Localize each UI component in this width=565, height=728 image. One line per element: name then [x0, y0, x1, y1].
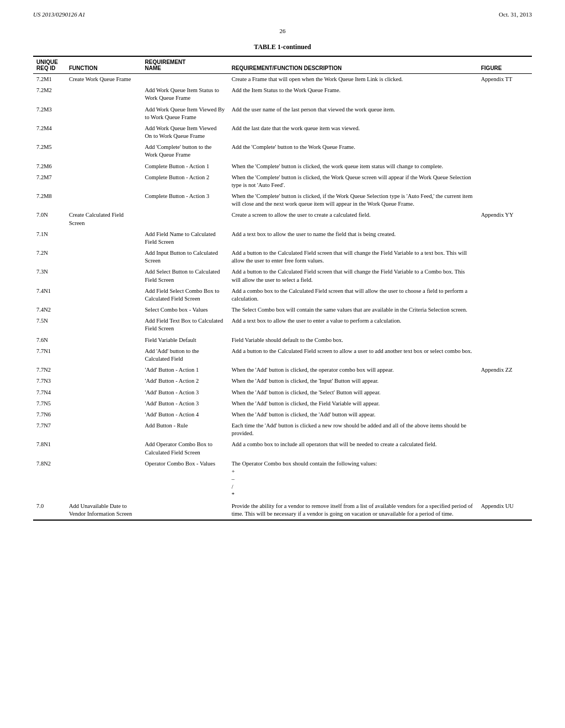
cell-req-name: 'Add' Button - Action 3 [142, 398, 228, 409]
cell-req-name: Complete Button - Action 1 [142, 161, 228, 172]
cell-figure [478, 376, 532, 387]
cell-description: Add the user name of the last person tha… [228, 104, 478, 123]
cell-function [66, 376, 142, 387]
cell-description: Add the 'Complete' button to the Work Qu… [228, 142, 478, 160]
cell-req-id: 7.7N7 [33, 420, 66, 439]
cell-description: Add a button to the Calculated Field scr… [228, 346, 478, 365]
cell-description: Add a button to the Calculated Field scr… [228, 266, 478, 285]
cell-figure [478, 315, 532, 334]
cell-function [66, 123, 142, 142]
cell-function [66, 229, 142, 248]
table-row: 7.2M3Add Work Queue Item Viewed By to Wo… [33, 104, 532, 123]
cell-figure [478, 172, 532, 191]
cell-description: Create a screen to allow the user to cre… [228, 210, 478, 228]
cell-description: Add the last date that the work queue it… [228, 123, 478, 142]
cell-reqname: Operator Combo Box - Values [142, 458, 228, 501]
cell-function: Create Work Queue Frame [66, 74, 142, 85]
cell-figure [478, 286, 532, 304]
cell-req-id: 7.7N2 [33, 365, 66, 376]
cell-req-name: Add Operator Combo Box to Calculated Fie… [142, 439, 228, 458]
cell-figure [478, 409, 532, 420]
cell-req-id: 7.7N4 [33, 387, 66, 398]
cell-figure: Appendix UU [478, 501, 532, 520]
cell-function: Create Calculated Field Screen [66, 210, 142, 228]
cell-description: Add the Item Status to the Work Queue Fr… [228, 85, 478, 104]
cell-function [66, 458, 142, 501]
col-header-function: FUNCTION [66, 56, 142, 74]
cell-description: When the 'Add' button is clicked, the Fi… [228, 398, 478, 409]
cell-figure [478, 266, 532, 285]
cell-figure: Appendix TT [478, 74, 532, 85]
cell-req-id: 7.0N [33, 210, 66, 228]
cell-description: Add a combo box to include all operators… [228, 439, 478, 458]
table-row: 7.0Add Unavailable Date to Vendor Inform… [33, 501, 532, 520]
cell-description: The Select Combo box will contain the sa… [228, 304, 478, 315]
cell-function [66, 335, 142, 346]
cell-description: Add a combo box to the Calculated Field … [228, 286, 478, 304]
cell-description: When the 'Add' button is clicked, the 'S… [228, 387, 478, 398]
cell-description: Provide the ability for a vendor to remo… [228, 501, 478, 520]
cell-description: When the 'Add' button is clicked, the 'A… [228, 409, 478, 420]
cell-req-id: 7.4N2 [33, 304, 66, 315]
table-row: 7.7N4'Add' Button - Action 3When the 'Ad… [33, 387, 532, 398]
cell-req-id: 7.2M4 [33, 123, 66, 142]
cell-req-name: 'Add' Button - Action 3 [142, 387, 228, 398]
cell-function [66, 346, 142, 365]
cell-description: Add a text box to allow the user to name… [228, 229, 478, 248]
table-row: 7.2M7Complete Button - Action 2When the … [33, 172, 532, 191]
cell-req-name: Add 'Complete' button to the Work Queue … [142, 142, 228, 160]
cell-description: When the 'Add' button is clicked, the op… [228, 365, 478, 376]
cell-req-id: 7.2M2 [33, 85, 66, 104]
cell-figure [478, 142, 532, 160]
table-row: 7.5NAdd Field Text Box to Calculated Fie… [33, 315, 532, 334]
table-row: 7.7N6'Add' Button - Action 4When the 'Ad… [33, 409, 532, 420]
cell-figure: Appendix ZZ [478, 365, 532, 376]
table-row: 7.2M5Add 'Complete' button to the Work Q… [33, 142, 532, 160]
cell-function: Add Unavailable Date to Vendor Informati… [66, 501, 142, 520]
patent-date: Oct. 31, 2013 [499, 11, 532, 18]
table-row: 7.2M4Add Work Queue Item Viewed On to Wo… [33, 123, 532, 142]
cell-req-name: Add Work Queue Item Status to Work Queue… [142, 85, 228, 104]
cell-figure [478, 229, 532, 248]
cell-figure [478, 104, 532, 123]
cell-description: When the 'Complete' button is clicked, t… [228, 172, 478, 191]
cell-figure [478, 191, 532, 210]
table-row: 7.4N1Add Field Select Combo Box to Calcu… [33, 286, 532, 304]
cell-function [66, 420, 142, 439]
cell-function [66, 142, 142, 160]
cell-function [66, 248, 142, 266]
cell-function [66, 286, 142, 304]
table-title: TABLE 1-continued [33, 43, 532, 51]
cell-figure [478, 123, 532, 142]
cell-function [66, 172, 142, 191]
cell-req-name: Field Variable Default [142, 335, 228, 346]
cell-req-id: 7.2N [33, 248, 66, 266]
cell-req-id: 7.2M6 [33, 161, 66, 172]
cell-req-name [142, 501, 228, 520]
table-row: 7.2M1Create Work Queue FrameCreate a Fra… [33, 74, 532, 85]
cell-req-id: 7.2M7 [33, 172, 66, 191]
cell-req-name: Add Field Text Box to Calculated Field S… [142, 315, 228, 334]
cell-figure [478, 85, 532, 104]
cell-req-id: 7.2M1 [33, 74, 66, 85]
table-row: 7.2M6Complete Button - Action 1When the … [33, 161, 532, 172]
table-row: 7.7N1Add 'Add' button to the Calculated … [33, 346, 532, 365]
col-header-description: REQUIREMENT/FUNCTION DESCRIPTION [228, 56, 478, 74]
cell-req-name: 'Add' Button - Action 2 [142, 376, 228, 387]
cell-description: Field Variable should default to the Com… [228, 335, 478, 346]
table-row: 7.8N1Add Operator Combo Box to Calculate… [33, 439, 532, 458]
col-header-reqid: UNIQUEREQ ID [33, 56, 66, 74]
cell-req-name: Select Combo box - Values [142, 304, 228, 315]
cell-req-id: 7.3N [33, 266, 66, 285]
cell-req-id: 7.6N [33, 335, 66, 346]
cell-function [66, 85, 142, 104]
table-row: 7.4N2Select Combo box - ValuesThe Select… [33, 304, 532, 315]
page-header: US 2013/0290126 A1 Oct. 31, 2013 [33, 11, 532, 18]
table-row: 7.8N2Operator Combo Box - ValuesThe Oper… [33, 458, 532, 501]
cell-function [66, 387, 142, 398]
cell-figure [478, 161, 532, 172]
cell-req-id: 7.2M3 [33, 104, 66, 123]
table-row: 7.7N2'Add' Button - Action 1When the 'Ad… [33, 365, 532, 376]
cell-req-name: Add Button - Rule [142, 420, 228, 439]
cell-req-name: 'Add' Button - Action 1 [142, 365, 228, 376]
